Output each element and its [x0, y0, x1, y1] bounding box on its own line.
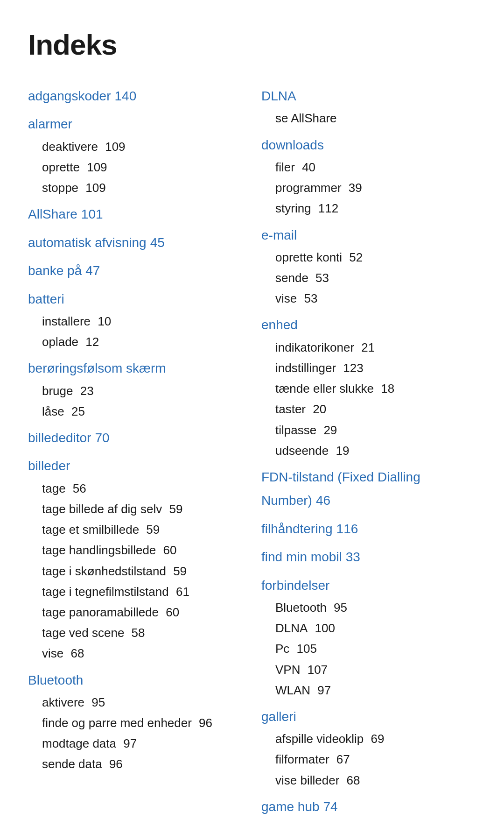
subitem-number: 40 — [299, 157, 315, 177]
index-subitem: installere 10 — [28, 311, 243, 332]
subitem-text: tage billede af dig selv — [42, 499, 162, 519]
index-subitem: DLNA 100 — [261, 618, 476, 638]
subitem-number: 61 — [173, 581, 189, 602]
left-column: adgangskoder140alarmerdeaktivere 109opre… — [28, 80, 243, 820]
index-subitem: styring 112 — [261, 198, 476, 219]
index-subitem: sende 53 — [261, 268, 476, 288]
subitem-number: 25 — [68, 401, 85, 422]
index-link-label[interactable]: berøringsfølsom skærm — [28, 361, 166, 375]
index-subitem: oprette 109 — [28, 157, 243, 177]
subitem-number: 59 — [166, 499, 182, 519]
subitem-number: 12 — [82, 332, 99, 352]
subitem-text: finde og parre med enheder — [42, 713, 192, 733]
index-link-label[interactable]: galleri — [261, 709, 296, 724]
subitem-text: vise billeder — [275, 770, 339, 791]
index-subitem: sende data 96 — [28, 754, 243, 774]
index-entry: game hub74 — [261, 795, 476, 819]
subitem-text: udseende — [275, 440, 329, 461]
subitem-text: tage panoramabillede — [42, 602, 159, 622]
index-subitem: finde og parre med enheder 96 — [28, 713, 243, 733]
index-subitem: tænde eller slukke 18 — [261, 378, 476, 399]
subitem-number: 53 — [301, 288, 317, 309]
subitem-text: filformater — [275, 749, 329, 770]
subitem-number: 18 — [378, 378, 394, 399]
subitem-number: 96 — [196, 713, 212, 733]
index-subitem: filformater 67 — [261, 749, 476, 770]
index-link-label[interactable]: find min mobil — [261, 550, 342, 564]
index-link-label[interactable]: billeder — [28, 459, 70, 473]
index-link-label[interactable]: alarmer — [28, 117, 72, 131]
index-link-label[interactable]: banke på — [28, 263, 82, 278]
index-link-label[interactable]: filhåndtering — [261, 522, 333, 536]
subitem-text: deaktivere — [42, 136, 98, 157]
subitem-text: DLNA — [275, 618, 308, 638]
index-subitem: tage panoramabillede 60 — [28, 602, 243, 622]
index-subitem: vise 68 — [28, 643, 243, 664]
subitem-number: 58 — [128, 622, 145, 643]
index-subitem: deaktivere 109 — [28, 136, 243, 157]
index-subitem: aktivere 95 — [28, 692, 243, 713]
subitem-number: 96 — [106, 754, 123, 774]
index-link-label[interactable]: enhed — [261, 318, 298, 332]
subitem-text: vise — [275, 288, 297, 309]
subitem-number: 67 — [333, 749, 350, 770]
index-entry: adgangskoder140 — [28, 85, 243, 108]
subitem-text: tage — [42, 478, 66, 499]
index-subitem: tage ved scene 58 — [28, 622, 243, 643]
index-link-label[interactable]: FDN-tilstand (Fixed Dialling Number) — [261, 470, 420, 508]
index-entry: billedertage 56tage billede af dig selv … — [28, 454, 243, 664]
index-link-label[interactable]: forbindelser — [261, 578, 329, 593]
subitem-text: tage i skønhedstilstand — [42, 561, 166, 581]
index-link-label[interactable]: automatisk afvisning — [28, 235, 147, 250]
subitem-number: 21 — [358, 337, 375, 358]
index-link-label[interactable]: game hub — [261, 799, 320, 814]
subitem-text: stoppe — [42, 177, 78, 198]
index-entry: automatisk afvisning45 — [28, 231, 243, 254]
index-link-label[interactable]: billededitor — [28, 431, 91, 445]
index-link-number: 47 — [85, 263, 100, 278]
subitem-text: tage ved scene — [42, 622, 124, 643]
index-link-label[interactable]: DLNA — [261, 89, 296, 103]
subitem-number: 100 — [311, 618, 335, 638]
index-subitem: tage handlingsbillede 60 — [28, 540, 243, 560]
index-subitem: tage i skønhedstilstand 59 — [28, 561, 243, 581]
index-link-number: 46 — [316, 493, 330, 508]
subitem-text: Pc — [275, 638, 289, 659]
index-subitem: oplade 12 — [28, 332, 243, 352]
index-subitem: afspille videoklip 69 — [261, 728, 476, 749]
index-subitem: udseende 19 — [261, 440, 476, 461]
index-link-label[interactable]: Bluetooth — [28, 673, 83, 687]
subitem-number: 97 — [120, 733, 137, 754]
index-entry: Bluetoothaktivere 95finde og parre med e… — [28, 669, 243, 775]
page-title: Indeks — [28, 28, 476, 61]
index-link-label[interactable]: batteri — [28, 292, 64, 306]
index-link-number: 45 — [150, 235, 165, 250]
index-subitem: stoppe 109 — [28, 177, 243, 198]
index-entry: enhedindikatorikoner 21indstillinger 123… — [261, 313, 476, 461]
index-link-label[interactable]: e-mail — [261, 228, 297, 242]
subitem-text: sende data — [42, 754, 102, 774]
subitem-number: 109 — [102, 136, 126, 157]
index-link-label[interactable]: downloads — [261, 138, 324, 152]
index-subitem: Bluetooth 95 — [261, 597, 476, 618]
subitem-number: 20 — [309, 399, 326, 419]
subitem-number: 59 — [143, 519, 160, 540]
index-subitem: modtage data 97 — [28, 733, 243, 754]
subitem-number: 60 — [162, 602, 179, 622]
index-link-number: 116 — [336, 522, 358, 536]
index-entry: banke på47 — [28, 259, 243, 283]
index-entry: billededitor70 — [28, 426, 243, 450]
subitem-number: 95 — [88, 692, 105, 713]
index-entry: galleriafspille videoklip 69filformater … — [261, 705, 476, 791]
subitem-text: aktivere — [42, 692, 84, 713]
subitem-number: 105 — [293, 638, 317, 659]
subitem-number: 109 — [84, 157, 107, 177]
index-link-label[interactable]: AllShare — [28, 207, 77, 221]
subitem-text: tage handlingsbillede — [42, 540, 156, 560]
index-subitem: taster 20 — [261, 399, 476, 419]
subitem-text: afspille videoklip — [275, 728, 364, 749]
index-link-label[interactable]: adgangskoder — [28, 89, 111, 103]
index-entry: find min mobil33 — [261, 545, 476, 569]
subitem-text: sende — [275, 268, 308, 288]
subitem-text: styring — [275, 198, 311, 219]
